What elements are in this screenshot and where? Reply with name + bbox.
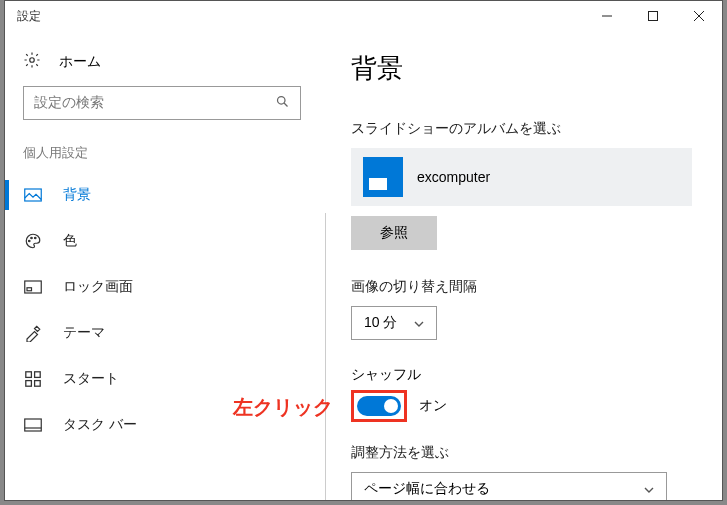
sidebar-item-label: テーマ [63,324,105,342]
taskbar-icon [23,418,43,432]
fit-select[interactable]: ページ幅に合わせる [351,472,667,500]
svg-rect-15 [26,381,32,387]
chevron-down-icon [644,483,654,495]
sidebar-item-label: 色 [63,232,77,250]
sidebar-item-themes[interactable]: テーマ [5,310,319,356]
maximize-button[interactable] [630,1,676,31]
svg-rect-14 [35,372,41,378]
svg-point-9 [31,237,33,239]
interval-select[interactable]: 10 分 [351,306,437,340]
svg-rect-12 [27,288,32,291]
shuffle-row: オン [351,390,692,422]
folder-icon [363,157,403,197]
svg-point-4 [30,58,35,63]
fit-value: ページ幅に合わせる [364,480,490,498]
theme-icon [23,324,43,342]
album-name: excomputer [417,169,490,185]
chevron-down-icon [414,317,424,329]
sidebar-item-start[interactable]: スタート [5,356,319,402]
picture-icon [23,188,43,202]
svg-point-8 [29,240,31,242]
annotation-highlight [351,390,407,422]
home-label: ホーム [59,53,101,71]
interval-value: 10 分 [364,314,397,332]
album-row[interactable]: excomputer [351,148,692,206]
svg-rect-13 [26,372,32,378]
svg-rect-16 [35,381,41,387]
sidebar-item-label: タスク バー [63,416,137,434]
album-label: スライドショーのアルバムを選ぶ [351,120,692,138]
search-icon [275,94,290,112]
search-placeholder: 設定の検索 [34,94,104,112]
home-link[interactable]: ホーム [5,43,319,86]
interval-label: 画像の切り替え間隔 [351,278,692,296]
start-icon [23,371,43,387]
sidebar-item-colors[interactable]: 色 [5,218,319,264]
window-buttons [584,1,722,31]
svg-rect-17 [25,419,42,431]
browse-button[interactable]: 参照 [351,216,437,250]
svg-point-5 [278,97,286,105]
settings-window: 設定 ホーム 設定の検索 [4,0,723,501]
svg-rect-1 [649,12,658,21]
section-label: 個人用設定 [5,144,319,172]
search-input[interactable]: 設定の検索 [23,86,301,120]
minimize-button[interactable] [584,1,630,31]
vertical-divider [325,213,326,500]
browse-label: 参照 [380,224,408,242]
lockscreen-icon [23,280,43,294]
main-content: 背景 スライドショーのアルバムを選ぶ excomputer 参照 画像の切り替え… [319,31,722,500]
shuffle-label: シャッフル [351,366,692,384]
titlebar: 設定 [5,1,722,31]
shuffle-state: オン [419,397,447,415]
fit-label: 調整方法を選ぶ [351,444,692,462]
sidebar: ホーム 設定の検索 個人用設定 背景 色 [5,31,319,500]
sidebar-item-label: スタート [63,370,119,388]
close-button[interactable] [676,1,722,31]
svg-line-6 [284,103,287,106]
sidebar-item-background[interactable]: 背景 [5,172,319,218]
page-title: 背景 [351,51,692,86]
window-title: 設定 [5,8,584,25]
sidebar-item-taskbar[interactable]: タスク バー [5,402,319,448]
gear-icon [23,51,41,72]
sidebar-item-label: ロック画面 [63,278,133,296]
sidebar-item-label: 背景 [63,186,91,204]
shuffle-toggle[interactable] [357,396,401,416]
palette-icon [23,232,43,250]
sidebar-item-lockscreen[interactable]: ロック画面 [5,264,319,310]
svg-point-10 [35,237,37,239]
